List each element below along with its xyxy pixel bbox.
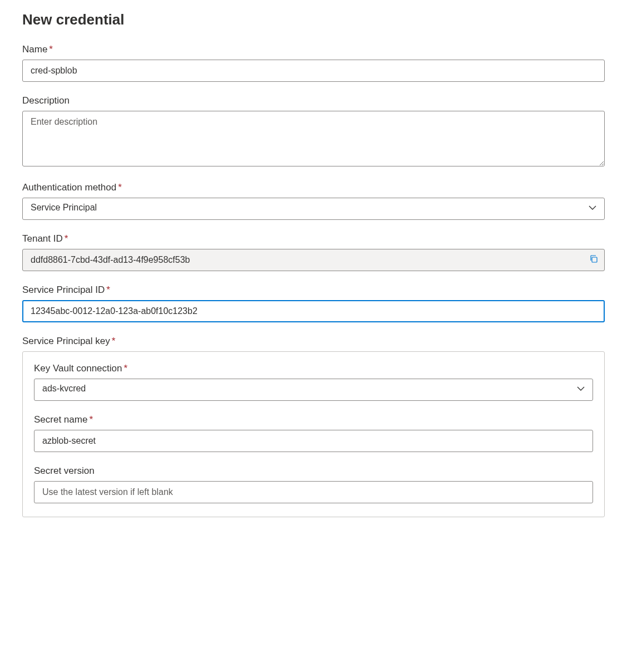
tenant-id-input — [22, 249, 605, 271]
required-star: * — [118, 182, 122, 193]
required-star: * — [124, 363, 127, 374]
required-star: * — [89, 414, 93, 425]
secret-name-input[interactable] — [34, 430, 593, 452]
required-star: * — [112, 336, 116, 346]
sp-key-field-group: Service Principal key* Key Vault connect… — [22, 336, 605, 517]
secret-version-input[interactable] — [34, 481, 593, 503]
sp-key-label: Service Principal key* — [22, 336, 605, 347]
kv-connection-select-wrapper: ads-kvcred — [34, 379, 593, 401]
tenant-id-label-text: Tenant ID — [22, 233, 63, 244]
auth-method-select-wrapper: Service Principal — [22, 198, 605, 220]
name-field-group: Name* — [22, 44, 605, 82]
description-field-group: Description — [22, 95, 605, 169]
auth-method-field-group: Authentication method* Service Principal — [22, 182, 605, 220]
tenant-id-wrapper — [22, 249, 605, 271]
kv-connection-label-text: Key Vault connection — [34, 363, 122, 374]
page-title: New credential — [22, 11, 605, 28]
sp-id-label: Service Principal ID* — [22, 285, 605, 296]
sp-id-field-group: Service Principal ID* — [22, 285, 605, 322]
kv-connection-select[interactable]: ads-kvcred — [34, 379, 593, 401]
auth-method-label: Authentication method* — [22, 182, 605, 193]
sp-key-nested-section: Key Vault connection* ads-kvcred Secret … — [22, 351, 605, 517]
kv-connection-field-group: Key Vault connection* ads-kvcred — [34, 363, 593, 401]
secret-version-field-group: Secret version — [34, 465, 593, 503]
name-label: Name* — [22, 44, 605, 55]
description-textarea[interactable] — [22, 111, 605, 166]
description-label-text: Description — [22, 95, 70, 106]
required-star: * — [65, 233, 68, 244]
sp-id-label-text: Service Principal ID — [22, 285, 105, 295]
required-star: * — [106, 285, 110, 295]
auth-method-select[interactable]: Service Principal — [22, 198, 605, 220]
secret-name-label: Secret name* — [34, 414, 593, 425]
name-label-text: Name — [22, 44, 47, 55]
secret-version-label-text: Secret version — [34, 465, 95, 476]
auth-method-label-text: Authentication method — [22, 182, 116, 193]
secret-name-field-group: Secret name* — [34, 414, 593, 452]
required-star: * — [49, 44, 53, 55]
secret-version-label: Secret version — [34, 465, 593, 477]
description-label: Description — [22, 95, 605, 106]
tenant-id-label: Tenant ID* — [22, 233, 605, 244]
tenant-id-field-group: Tenant ID* — [22, 233, 605, 271]
name-input[interactable] — [22, 60, 605, 82]
secret-name-label-text: Secret name — [34, 414, 87, 425]
sp-id-input[interactable] — [22, 300, 605, 322]
svg-rect-0 — [592, 257, 597, 262]
copy-icon[interactable] — [589, 254, 598, 266]
kv-connection-label: Key Vault connection* — [34, 363, 593, 374]
sp-key-label-text: Service Principal key — [22, 336, 110, 346]
